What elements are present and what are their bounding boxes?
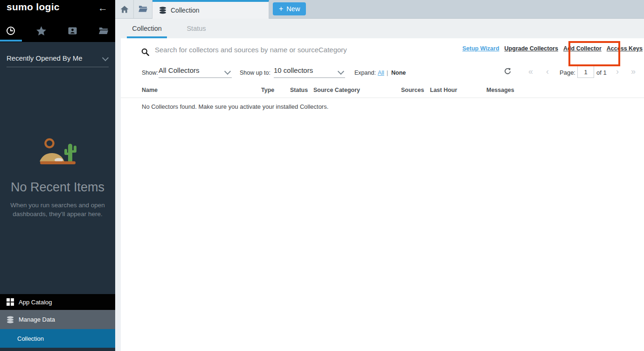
home-tab-button[interactable] [115, 0, 134, 19]
upgrade-collectors-link[interactable]: Upgrade Collectors [505, 45, 558, 52]
sidebar-bottom-nav: App Catalog Manage Data Collection [0, 294, 115, 348]
tab-collection-label: Collection [171, 7, 199, 14]
first-page-button[interactable]: « [528, 67, 533, 76]
show-filter-select[interactable]: All Collectors [159, 66, 232, 78]
sidebar-empty-state: No Recent Items When you run searches an… [0, 137, 115, 218]
tab-strip: Collection + New [115, 0, 644, 19]
toolbar-links: Setup Wizard Upgrade Collectors Add Coll… [463, 45, 643, 52]
last-page-button[interactable]: » [631, 67, 636, 76]
no-collectors-message: No Collectors found. Make sure you activ… [142, 103, 328, 110]
column-header-sources[interactable]: Sources [401, 87, 424, 93]
chevron-down-icon [224, 68, 231, 75]
recents-clock-icon[interactable] [6, 26, 16, 35]
grid-icon [7, 298, 14, 306]
app-window: sumo logic ← [0, 0, 644, 351]
expand-all-link[interactable]: All [378, 70, 384, 76]
database-icon [159, 7, 166, 14]
column-header-last-hour[interactable]: Last Hour [430, 87, 457, 93]
access-keys-link[interactable]: Access Keys [607, 45, 643, 52]
subtab-collection[interactable]: Collection [127, 19, 167, 38]
new-button[interactable]: + New [273, 2, 306, 15]
setup-wizard-link[interactable]: Setup Wizard [463, 45, 499, 52]
database-icon [7, 316, 14, 323]
sidebar: sumo logic ← [0, 0, 115, 351]
collection-panel: Setup Wizard Upgrade Collectors Add Coll… [121, 38, 644, 351]
sidebar-item-app-catalog[interactable]: App Catalog [0, 294, 115, 310]
search-icon [141, 48, 149, 56]
sidebar-item-manage-data[interactable]: Manage Data [0, 310, 115, 329]
chevron-down-icon [338, 68, 344, 75]
folder-open-icon[interactable] [98, 26, 109, 35]
sidebar-item-label: Manage Data [19, 316, 55, 323]
browse-folder-tab-button[interactable] [134, 0, 152, 19]
sidebar-item-label: App Catalog [19, 299, 52, 306]
plus-icon: + [279, 5, 283, 13]
collapse-sidebar-icon[interactable]: ← [98, 3, 108, 13]
expand-label: Expand: [354, 70, 376, 76]
column-header-source-category[interactable]: Source Category [313, 87, 360, 93]
column-header-messages[interactable]: Messages [486, 87, 514, 93]
home-icon [120, 6, 129, 13]
sidebar-header: sumo logic ← [0, 0, 115, 42]
desert-cactus-illustration [39, 137, 77, 166]
sumo-logic-logo: sumo logic [7, 1, 60, 13]
page-of-label: of 1 [596, 69, 607, 76]
recent-items-dropdown-label: Recently Opened By Me [7, 54, 83, 62]
no-recent-items-caption: When you run searches and open dashboard… [0, 201, 115, 218]
favorites-star-icon[interactable] [36, 26, 46, 35]
column-header-status[interactable]: Status [290, 87, 308, 93]
page-label: Page: [560, 69, 575, 76]
tab-collection[interactable]: Collection [152, 0, 269, 19]
library-icon[interactable] [67, 26, 77, 35]
main-area: Collection + New Collection Status [115, 0, 644, 351]
show-filter-label: Show: [142, 70, 158, 76]
content-gutter [115, 38, 121, 351]
next-page-button[interactable]: › [616, 67, 619, 76]
sidebar-item-collection[interactable]: Collection [0, 329, 115, 348]
tab-strip-filler: + New [269, 0, 644, 19]
chevron-down-icon [102, 55, 109, 61]
expand-none-option[interactable]: None [391, 70, 406, 76]
table-header-divider [121, 98, 644, 98]
expand-separator: | [387, 70, 388, 76]
previous-page-button[interactable]: ‹ [546, 67, 549, 76]
sidebar-nav-icons [0, 22, 115, 42]
content-body: Setup Wizard Upgrade Collectors Add Coll… [115, 38, 644, 351]
column-header-type[interactable]: Type [261, 87, 274, 93]
subtab-status[interactable]: Status [180, 19, 213, 38]
column-header-name[interactable]: Name [142, 87, 158, 93]
active-nav-indicator [0, 40, 22, 42]
collectors-table-header: Name Type Status Source Category Sources… [121, 87, 644, 96]
add-collector-link[interactable]: Add Collector [563, 45, 602, 52]
folder-open-icon [138, 6, 147, 13]
recent-items-dropdown[interactable]: Recently Opened By Me [7, 54, 109, 67]
filter-toolbar: Show: All Collectors Show up to: 10 coll… [121, 65, 644, 81]
refresh-icon [504, 68, 511, 75]
new-button-label: New [286, 5, 300, 13]
refresh-button[interactable] [504, 68, 511, 77]
page-number-input[interactable] [577, 66, 594, 78]
sidebar-item-label: Collection [17, 335, 44, 342]
limit-filter-label: Show up to: [240, 70, 270, 76]
page-subtabs: Collection Status [115, 19, 644, 38]
search-input[interactable] [154, 42, 436, 56]
limit-filter-select[interactable]: 10 collectors [274, 66, 345, 78]
no-recent-items-title: No Recent Items [0, 180, 115, 195]
